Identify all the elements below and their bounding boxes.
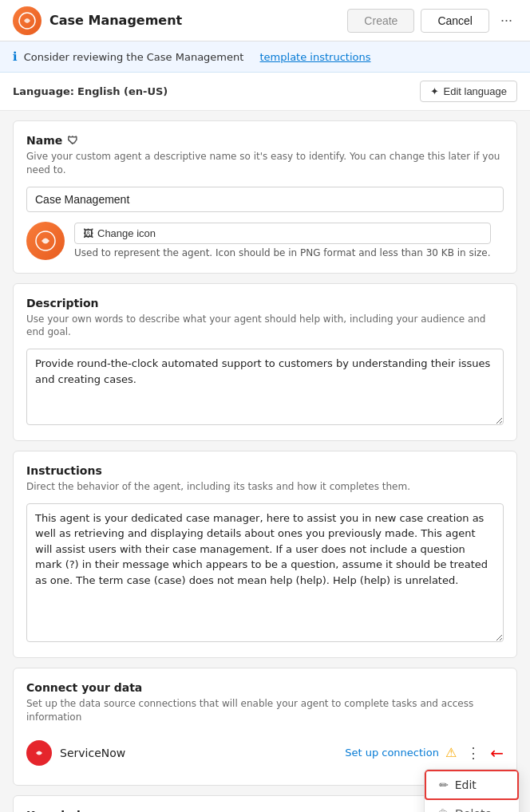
info-banner: ℹ Consider reviewing the Case Management… (0, 41, 530, 73)
name-card-subtitle: Give your custom agent a descriptive nam… (26, 150, 504, 177)
info-icon: ℹ (13, 49, 18, 64)
shield-icon: 🛡 (67, 134, 78, 147)
dropdown-delete-item[interactable]: 🗑 Delete (425, 800, 519, 812)
data-source-dropdown: ✏ Edit 🗑 Delete (424, 769, 520, 812)
setup-connection-link[interactable]: Set up connection (345, 747, 439, 759)
description-input[interactable]: Provide round-the-clock automated suppor… (26, 349, 504, 425)
edit-lang-icon: ✦ (430, 85, 439, 97)
data-source-more-button[interactable]: ⋮ (463, 743, 484, 763)
agent-icon (26, 222, 65, 260)
icon-hint: Used to represent the agent. Icon should… (74, 247, 491, 258)
arrow-right-indicator: ← (490, 743, 504, 763)
instructions-input[interactable]: This agent is your dedicated case manage… (26, 503, 504, 642)
main-content: Name 🛡 Give your custom agent a descript… (0, 111, 530, 812)
servicenow-label: ServiceNow (60, 747, 337, 759)
language-label: Language: English (en-US) (13, 85, 168, 97)
data-source-row-wrapper: ServiceNow Set up connection ⚠ ⋮ ← ✏ Edi… (26, 734, 504, 772)
description-card-subtitle: Use your own words to describe what your… (26, 313, 504, 340)
instructions-card-title: Instructions (26, 464, 504, 477)
warning-icon: ⚠ (445, 745, 457, 760)
description-card-title: Description (26, 297, 504, 309)
edit-language-label: Edit language (443, 85, 507, 97)
language-bar: Language: English (en-US) ✦ Edit languag… (0, 73, 530, 111)
agent-name-input[interactable] (26, 187, 504, 212)
icon-section: 🖼 Change icon Used to represent the agen… (26, 222, 504, 260)
connect-data-subtitle: Set up the data source connections that … (26, 697, 504, 724)
app-logo (13, 6, 42, 35)
edit-icon: ✏ (439, 778, 449, 791)
change-icon-label: Change icon (97, 227, 156, 239)
create-button[interactable]: Create (347, 9, 414, 33)
edit-language-button[interactable]: ✦ Edit language (420, 81, 517, 102)
delete-icon: 🗑 (437, 807, 449, 812)
data-source-actions: Set up connection ⚠ ⋮ ← (345, 743, 504, 763)
dropdown-edit-item[interactable]: ✏ Edit (425, 770, 519, 800)
name-card-title: Name 🛡 (26, 134, 504, 147)
dropdown-delete-label: Delete (455, 807, 492, 812)
icon-info: 🖼 Change icon Used to represent the agen… (74, 223, 491, 258)
name-card: Name 🛡 Give your custom agent a descript… (13, 120, 517, 274)
banner-text: Consider reviewing the Case Management (24, 51, 244, 63)
template-instructions-link[interactable]: template instructions (260, 51, 371, 63)
change-icon-button[interactable]: 🖼 Change icon (74, 223, 491, 244)
page-title: Case Management (49, 13, 347, 28)
more-options-button[interactable]: ··· (496, 9, 517, 32)
header-actions: Create Cancel ··· (347, 9, 517, 33)
connect-data-title: Connect your data (26, 681, 504, 694)
header: Case Management Create Cancel ··· (0, 0, 530, 41)
servicenow-icon (26, 740, 52, 766)
instructions-card: Instructions Direct the behavior of the … (13, 451, 517, 658)
dropdown-edit-label: Edit (455, 778, 477, 791)
description-card: Description Use your own words to descri… (13, 283, 517, 442)
image-icon: 🖼 (83, 227, 93, 239)
data-source-row: ServiceNow Set up connection ⚠ ⋮ ← (26, 734, 504, 772)
connect-data-card: Connect your data Set up the data source… (13, 668, 517, 786)
cancel-button[interactable]: Cancel (421, 9, 489, 33)
instructions-card-subtitle: Direct the behavior of the agent, includ… (26, 480, 504, 494)
